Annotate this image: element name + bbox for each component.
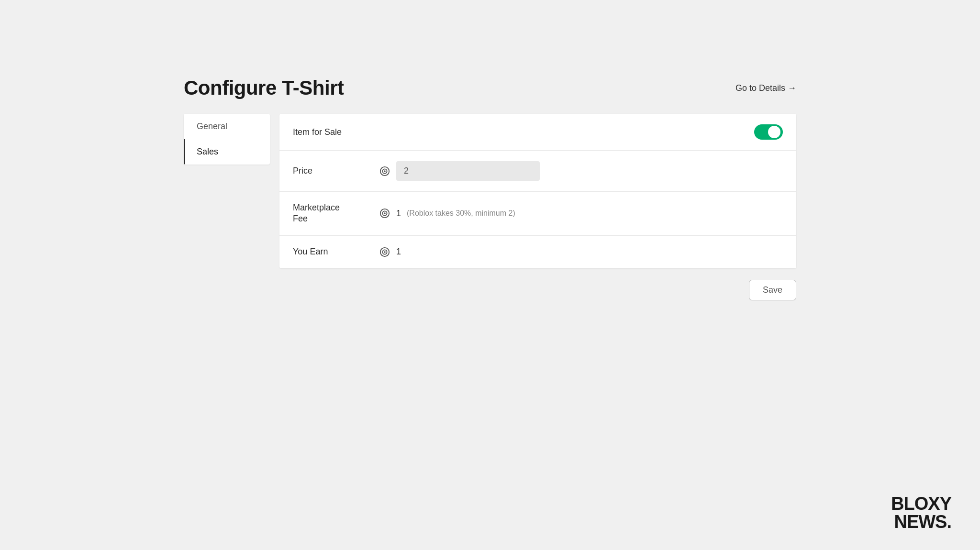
marketplace-fee-content: 1 (Roblox takes 30%, minimum 2) (379, 208, 783, 219)
sidebar-item-general[interactable]: General (184, 114, 270, 139)
sidebar-item-sales[interactable]: Sales (184, 139, 270, 165)
you-earn-label: You Earn (293, 247, 379, 257)
robux-icon-fee (379, 208, 390, 219)
item-for-sale-row: Item for Sale (279, 114, 796, 151)
svg-point-8 (384, 251, 386, 253)
main-panel: Item for Sale Price (279, 114, 796, 268)
save-button[interactable]: Save (749, 280, 796, 300)
you-earn-content: 1 (379, 246, 783, 258)
svg-point-2 (384, 170, 386, 172)
marketplace-fee-label: MarketplaceFee (293, 202, 379, 225)
price-row: Price (279, 151, 796, 192)
price-input[interactable] (396, 161, 540, 181)
marketplace-fee-note: (Roblox takes 30%, minimum 2) (407, 209, 515, 218)
marketplace-fee-row: MarketplaceFee 1 (Roblox takes 30%, mini… (279, 192, 796, 236)
item-for-sale-toggle[interactable] (754, 124, 783, 140)
item-for-sale-label: Item for Sale (293, 127, 379, 137)
svg-point-5 (384, 213, 386, 215)
page-title: Configure T-Shirt (184, 77, 344, 99)
page-header: Configure T-Shirt Go to Details → (184, 77, 796, 99)
content-area: General Sales Item for Sale Price (184, 114, 796, 268)
marketplace-fee-value: 1 (396, 209, 401, 219)
bloxy-logo-line2: NEWS. (891, 513, 951, 531)
robux-icon-price (379, 165, 390, 177)
you-earn-value: 1 (396, 247, 401, 257)
toggle-slider (754, 124, 783, 140)
bloxy-logo-line1: BLOXY (891, 495, 951, 513)
go-to-details-link[interactable]: Go to Details → (735, 83, 796, 93)
price-row-content (379, 161, 783, 181)
robux-icon-earn (379, 246, 390, 258)
you-earn-row: You Earn 1 (279, 236, 796, 268)
price-label: Price (293, 166, 379, 176)
toggle-container[interactable] (754, 124, 783, 140)
save-area: Save (184, 280, 796, 300)
bloxy-news-logo: BLOXY NEWS. (891, 495, 951, 531)
sidebar: General Sales (184, 114, 270, 165)
